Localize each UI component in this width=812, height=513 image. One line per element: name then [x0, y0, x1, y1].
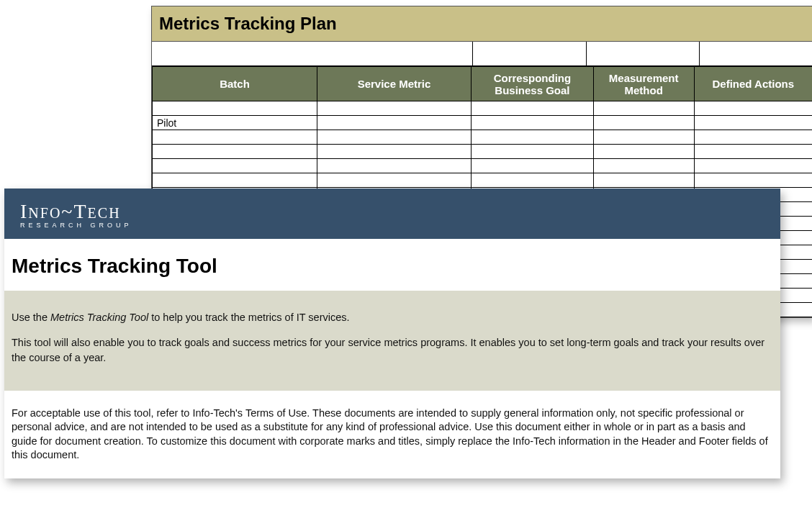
tool-intro-p2: This tool will also enable you to track …: [12, 335, 773, 366]
tool-intro-name: Metrics Tracking Tool: [50, 312, 148, 323]
table-cell[interactable]: [694, 145, 812, 159]
col-defined-actions: Defined Actions: [694, 67, 812, 101]
table-cell[interactable]: [472, 130, 594, 145]
tool-intro-p1: Use the Metrics Tracking Tool to help yo…: [12, 310, 773, 325]
tool-cover-card: Info~Tech RESEARCH GROUP Metrics Trackin…: [4, 189, 780, 478]
table-cell[interactable]: [317, 173, 471, 188]
table-cell[interactable]: [317, 145, 471, 159]
table-cell[interactable]: [153, 101, 317, 116]
table-cell[interactable]: [153, 173, 317, 188]
table-cell[interactable]: [317, 101, 471, 116]
table-cell[interactable]: [317, 159, 471, 173]
table-cell[interactable]: [694, 159, 812, 173]
table-cell[interactable]: [593, 130, 694, 145]
tool-intro-pre: Use the: [12, 312, 50, 323]
table-cell[interactable]: [694, 116, 812, 130]
table-cell[interactable]: [472, 116, 594, 130]
table-cell[interactable]: [694, 173, 812, 188]
table-cell[interactable]: [593, 145, 694, 159]
table-cell[interactable]: [593, 159, 694, 173]
table-cell[interactable]: [472, 145, 594, 159]
col-batch: Batch: [153, 67, 317, 101]
table-row: [153, 173, 813, 188]
table-cell[interactable]: [153, 130, 317, 145]
tool-intro-post: to help you track the metrics of IT serv…: [151, 312, 349, 323]
brand-name: Info~Tech: [20, 200, 764, 223]
table-cell[interactable]: [593, 173, 694, 188]
table-cell[interactable]: [472, 101, 594, 116]
col-service-metric: Service Metric: [317, 67, 471, 101]
tool-footer-text: For acceptable use of this tool, refer t…: [4, 391, 780, 478]
table-cell[interactable]: Pilot: [153, 116, 317, 130]
brand-subtitle: RESEARCH GROUP: [20, 222, 764, 229]
table-cell[interactable]: [153, 159, 317, 173]
table-cell[interactable]: [472, 159, 594, 173]
plan-header-row: Batch Service Metric Corresponding Busin…: [153, 67, 813, 101]
table-cell[interactable]: [153, 145, 317, 159]
table-cell[interactable]: [694, 101, 812, 116]
table-cell[interactable]: [317, 130, 471, 145]
table-cell[interactable]: [694, 130, 812, 145]
table-row: [153, 130, 813, 145]
table-row: [153, 101, 813, 116]
plan-blank-row: [152, 42, 812, 66]
plan-title: Metrics Tracking Plan: [152, 6, 812, 42]
brand-header: Info~Tech RESEARCH GROUP: [4, 189, 780, 239]
col-measurement-method: Measurement Method: [593, 67, 694, 101]
table-row: [153, 145, 813, 159]
table-cell[interactable]: [593, 116, 694, 130]
table-cell[interactable]: [472, 173, 594, 188]
table-cell[interactable]: [317, 116, 471, 130]
table-cell[interactable]: [593, 101, 694, 116]
tool-title: Metrics Tracking Tool: [4, 239, 780, 291]
table-row: Pilot: [153, 116, 813, 130]
col-business-goal: Corresponding Business Goal: [472, 67, 594, 101]
tool-intro-block: Use the Metrics Tracking Tool to help yo…: [4, 291, 780, 391]
table-row: [153, 159, 813, 173]
